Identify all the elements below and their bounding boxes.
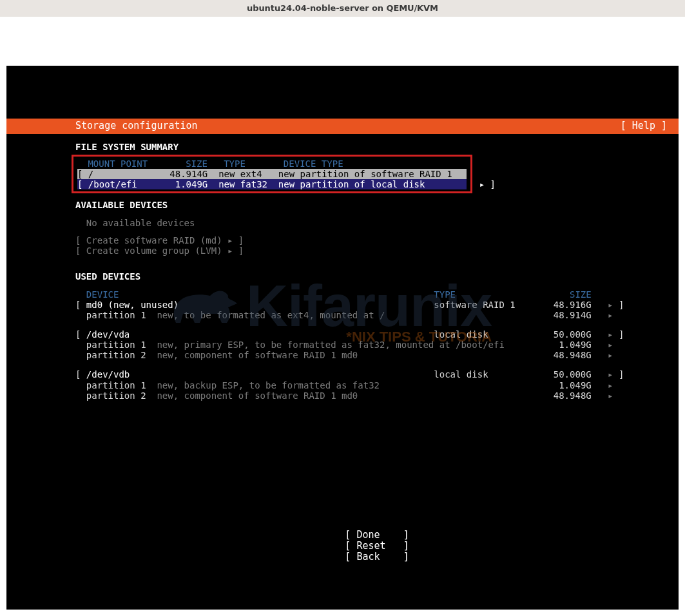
partition-row[interactable]: partition 2 new, component of software R… bbox=[75, 350, 679, 360]
create-volume-group-button[interactable]: [ Create volume group (LVM) ▸ ] bbox=[75, 245, 679, 256]
fs-row[interactable]: [ /boot/efi 1.049G new fat32 new partiti… bbox=[77, 179, 467, 189]
terminal-surface: Storage configuration [ Help ] FILE SYST… bbox=[6, 66, 679, 610]
section-available-devices: AVAILABLE DEVICES bbox=[75, 200, 679, 210]
fs-row[interactable]: [ / 48.914G new ext4 new partition of so… bbox=[77, 169, 467, 179]
section-used-devices: USED DEVICES bbox=[75, 271, 679, 282]
used-columns: DEVICE TYPE SIZE bbox=[75, 289, 679, 300]
help-button[interactable]: [ Help ] bbox=[621, 120, 667, 131]
window-title: ubuntu24.04-noble-server on QEMU/KVM bbox=[247, 4, 438, 14]
partition-row[interactable]: partition 1 new, to be formatted as ext4… bbox=[75, 310, 679, 320]
partition-row[interactable]: partition 1 new, backup ESP, to be forma… bbox=[75, 380, 679, 390]
partition-row[interactable]: partition 2 new, component of software R… bbox=[75, 390, 679, 401]
device-row[interactable]: [ md0 (new, unused) software RAID 1 48.9… bbox=[75, 300, 679, 310]
done-button[interactable]: [ Done ] bbox=[345, 529, 409, 541]
footer-buttons: [ Done ] [ Reset ] [ Back ] bbox=[75, 530, 679, 563]
device-row[interactable]: [ /dev/vdb local disk 50.000G ▸ ] bbox=[75, 369, 679, 380]
page-header-bar: Storage configuration [ Help ] bbox=[6, 119, 679, 134]
partition-row[interactable]: partition 1 new, primary ESP, to be form… bbox=[75, 340, 679, 350]
device-row[interactable]: [ /dev/vda local disk 50.000G ▸ ] bbox=[75, 329, 679, 340]
reset-button[interactable]: [ Reset ] bbox=[345, 540, 409, 552]
window-toolbar-blank bbox=[0, 17, 685, 66]
section-file-system-summary: FILE SYSTEM SUMMARY bbox=[75, 142, 679, 152]
no-available-devices-text: No available devices bbox=[75, 218, 679, 228]
file-system-summary-box: MOUNT POINT SIZE TYPE DEVICE TYPE [ / 48… bbox=[72, 155, 472, 193]
create-software-raid-button[interactable]: [ Create software RAID (md) ▸ ] bbox=[75, 235, 679, 245]
window-titlebar: ubuntu24.04-noble-server on QEMU/KVM bbox=[0, 0, 685, 17]
fs-columns: MOUNT POINT SIZE TYPE DEVICE TYPE bbox=[77, 159, 467, 169]
page-title: Storage configuration bbox=[75, 120, 198, 131]
back-button[interactable]: [ Back ] bbox=[345, 551, 409, 563]
